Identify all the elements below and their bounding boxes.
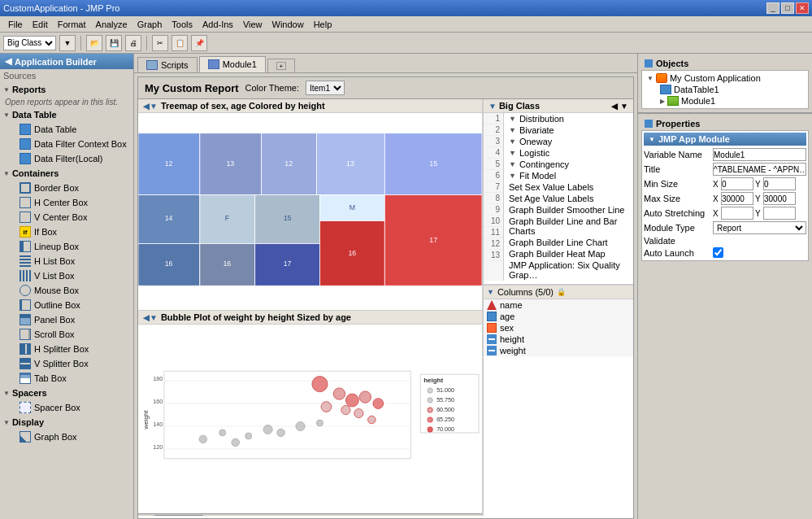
spacer-box-item[interactable]: Spacer Box (0, 400, 133, 415)
toolbar-paste[interactable]: 📌 (191, 35, 207, 51)
tab-scripts[interactable]: Scripts (137, 57, 198, 72)
outline-box-item[interactable]: Outline Box (0, 298, 133, 312)
prop-min-y-input[interactable] (763, 177, 796, 190)
data-filter-local-item[interactable]: Data Filter(Local) (0, 151, 133, 166)
module1-tab-icon (208, 59, 219, 69)
bigclass-expand-icon[interactable]: ◀ ▼ (611, 102, 628, 111)
display-section-header[interactable]: Display (0, 415, 133, 430)
minimize-button[interactable]: _ (766, 2, 779, 14)
bubble-scrollbar[interactable] (138, 513, 482, 516)
set-sex-labels-item[interactable]: Set Sex Value Labels (504, 181, 633, 193)
titlebar-controls[interactable]: _ □ ✕ (766, 2, 809, 14)
titlebar-title: CustomApplication - JMP Pro (3, 3, 119, 13)
prop-stretch-x-input[interactable] (721, 207, 753, 220)
bubble-body: weight 180 160 140 120 (138, 325, 482, 512)
col-name-row[interactable]: name (484, 299, 633, 311)
logistic-item[interactable]: ▼ Logistic (504, 147, 633, 159)
menu-help[interactable]: Help (309, 18, 337, 31)
h-list-box-item[interactable]: H List Box (0, 254, 133, 268)
row-num-1: 1 (484, 113, 503, 124)
menu-view[interactable]: View (238, 18, 267, 31)
svg-text:180: 180 (153, 376, 163, 382)
jmp-app-item[interactable]: JMP Application: Six Quality Grap… (504, 260, 633, 281)
v-splitter-box-item[interactable]: V Splitter Box (0, 356, 133, 371)
toolbar-cut[interactable]: ✂ (152, 35, 168, 51)
panel-box-item[interactable]: Panel Box (0, 312, 133, 327)
mouse-box-item[interactable]: Mouse Box (0, 283, 133, 298)
menu-addins[interactable]: Add-Ins (198, 18, 238, 31)
toolbar-btn-1[interactable]: ▼ (59, 35, 76, 51)
col-height-row[interactable]: height (484, 334, 633, 345)
datatable-tree-item[interactable]: DataTable1 (644, 84, 806, 95)
scroll-box-item[interactable]: Scroll Box (0, 327, 133, 342)
col-sex-row[interactable]: sex (484, 322, 633, 334)
prop-min-x-input[interactable] (721, 177, 753, 190)
menu-graph[interactable]: Graph (132, 18, 167, 31)
toolbar-print[interactable]: 🖨 (125, 35, 141, 51)
prop-module-type-select[interactable]: Report Script Table (713, 221, 806, 234)
border-box-item[interactable]: Border Box (0, 181, 133, 195)
prop-max-x-input[interactable] (721, 192, 753, 205)
app-tree-item[interactable]: ▼ My Custom Application (644, 72, 806, 84)
data-table-section-header[interactable]: Data Table (0, 107, 133, 122)
set-age-labels-item[interactable]: Set Age Value Labels (504, 193, 633, 204)
bivariate-item[interactable]: ▼ Bivariate (504, 124, 633, 136)
v-list-box-item[interactable]: V List Box (0, 268, 133, 283)
gb-line-bar-item[interactable]: Graph Builder Line and Bar Charts (504, 216, 633, 237)
col-age-row[interactable]: age (484, 311, 633, 322)
menu-tools[interactable]: Tools (167, 18, 198, 31)
svg-text:60.500: 60.500 (436, 407, 454, 413)
if-box-item[interactable]: if If Box (0, 225, 133, 239)
report-area: My Custom Report Color Theme: Item1 ◀▼ T… (137, 76, 634, 519)
row-num-8: 8 (484, 193, 503, 204)
prop-title-input[interactable] (713, 163, 806, 176)
gb-heat-map-item[interactable]: Graph Builder Heat Map (504, 248, 633, 260)
prop-auto-launch-checkbox[interactable] (713, 247, 723, 258)
col-weight-label: weight (500, 346, 526, 355)
class-selector[interactable]: Big Class (3, 36, 56, 50)
row-numbers: 1 2 3 4 5 6 7 8 9 10 11 12 13 (484, 113, 504, 281)
prop-module-type-label: Module Type (644, 223, 713, 233)
prop-variable-name-input[interactable] (713, 148, 806, 161)
tab-module1[interactable]: Module1 (199, 56, 266, 72)
close-button[interactable]: ✕ (796, 2, 809, 14)
tab-extra[interactable]: + (267, 59, 295, 72)
data-filter-context-item[interactable]: Data Filter Context Box (0, 137, 133, 151)
lineup-box-item[interactable]: Lineup Box (0, 239, 133, 254)
menu-edit[interactable]: Edit (28, 18, 53, 31)
maximize-button[interactable]: □ (781, 2, 794, 14)
h-center-box-item[interactable]: H Center Box (0, 195, 133, 210)
toolbar-save[interactable]: 💾 (106, 35, 122, 51)
graph-box-label: Graph Box (34, 432, 77, 442)
v-center-box-item[interactable]: V Center Box (0, 210, 133, 225)
menu-format[interactable]: Format (53, 18, 91, 31)
bigclass-items-list: ▼ Distribution ▼ Bivariate ▼ Oneway (504, 113, 633, 281)
gb-smoother-item[interactable]: Graph Builder Smoother Line (504, 204, 633, 216)
contingency-item[interactable]: ▼ Contingency (504, 159, 633, 170)
data-table-item[interactable]: Data Table (0, 122, 133, 137)
graph-box-item[interactable]: Graph Box (0, 430, 133, 444)
h-splitter-box-item[interactable]: H Splitter Box (0, 342, 133, 356)
menu-analyze[interactable]: Analyze (91, 18, 132, 31)
module1-tree-item[interactable]: ▶ Module1 (644, 95, 806, 107)
spacers-section-header[interactable]: Spacers (0, 386, 133, 400)
reports-section-header[interactable]: Reports (0, 82, 133, 97)
prop-max-y-input[interactable] (763, 192, 796, 205)
toolbar-copy[interactable]: 📋 (172, 35, 188, 51)
prop-stretch-y-input[interactable] (763, 207, 796, 220)
oneway-item[interactable]: ▼ Oneway (504, 136, 633, 147)
fit-model-item[interactable]: ▼ Fit Model (504, 170, 633, 181)
menu-file[interactable]: File (3, 18, 28, 31)
color-theme-select[interactable]: Item1 (306, 81, 345, 95)
toolbar-open[interactable]: 📂 (86, 35, 102, 51)
col-weight-row[interactable]: weight (484, 345, 633, 356)
containers-section-header[interactable]: Containers (0, 166, 133, 181)
bubble-scroll-thumb[interactable] (154, 515, 203, 517)
bubble-section: ◀▼ Bubble Plot of weight by height Sized… (138, 311, 482, 516)
gb-line-chart-item[interactable]: Graph Builder Line Chart (504, 237, 633, 248)
menu-window[interactable]: Window (267, 18, 309, 31)
gb-line-bar-label: Graph Builder Line and Bar Charts (509, 216, 617, 236)
data-filter-context-label: Data Filter Context Box (34, 139, 127, 149)
distribution-item[interactable]: ▼ Distribution (504, 113, 633, 124)
tab-box-item[interactable]: Tab Box (0, 371, 133, 386)
